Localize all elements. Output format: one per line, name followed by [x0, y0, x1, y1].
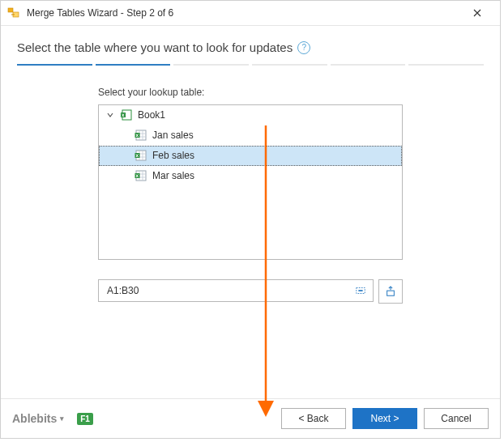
tree-item[interactable]: Feb sales [99, 146, 402, 166]
next-button[interactable]: Next > [352, 408, 417, 429]
range-input[interactable] [105, 284, 352, 297]
svg-rect-0 [8, 8, 13, 12]
page-heading: Select the table where you want to look … [17, 40, 484, 54]
progress-seg [96, 64, 171, 66]
progress-seg [408, 64, 484, 66]
collapse-dialog-icon[interactable] [352, 282, 369, 300]
svg-rect-12 [387, 291, 395, 295]
footer: Ablebits ▾ F1 < Back Next > Cancel [1, 398, 500, 438]
chevron-down-icon[interactable] [105, 110, 115, 120]
app-icon [7, 6, 20, 19]
tree-item[interactable]: Jan sales [99, 125, 402, 146]
lookup-tree[interactable]: Book1 Jan sales [98, 104, 403, 260]
expand-selection-button[interactable] [378, 279, 403, 304]
tree-root[interactable]: Book1 [99, 105, 402, 125]
progress-seg [173, 64, 249, 66]
worksheet-icon [135, 169, 147, 182]
cancel-button[interactable]: Cancel [424, 408, 489, 429]
tree-item-label: Jan sales [152, 130, 194, 141]
help-f1-badge[interactable]: F1 [77, 413, 93, 425]
header: Select the table where you want to look … [1, 26, 500, 64]
help-icon[interactable]: ? [297, 41, 310, 54]
page-heading-text: Select the table where you want to look … [17, 40, 293, 54]
step-progress [1, 64, 500, 70]
wizard-window: Merge Tables Wizard - Step 2 of 6 Select… [0, 0, 501, 439]
progress-seg [17, 64, 92, 66]
brand-label: Ablebits [12, 412, 57, 425]
close-button[interactable] [461, 2, 493, 24]
back-button[interactable]: < Back [281, 408, 346, 429]
tree-item-label: Feb sales [152, 150, 194, 161]
svg-rect-11 [358, 290, 362, 291]
tree-label: Select your lookup table: [98, 87, 403, 98]
workbook-icon [120, 108, 133, 121]
range-input-wrap [98, 279, 374, 302]
tree-root-label: Book1 [138, 109, 165, 121]
tree-item[interactable]: Mar sales [99, 166, 402, 186]
wizard-body: Select your lookup table: Book1 [1, 70, 500, 398]
titlebar: Merge Tables Wizard - Step 2 of 6 [1, 1, 500, 26]
progress-seg [252, 64, 327, 66]
worksheet-icon [135, 149, 147, 162]
progress-seg [331, 64, 406, 66]
brand[interactable]: Ablebits ▾ [12, 412, 64, 425]
range-row [98, 279, 403, 304]
chevron-down-icon: ▾ [60, 414, 64, 423]
window-title: Merge Tables Wizard - Step 2 of 6 [27, 7, 461, 19]
tree-item-label: Mar sales [152, 170, 194, 181]
worksheet-icon [135, 129, 147, 142]
